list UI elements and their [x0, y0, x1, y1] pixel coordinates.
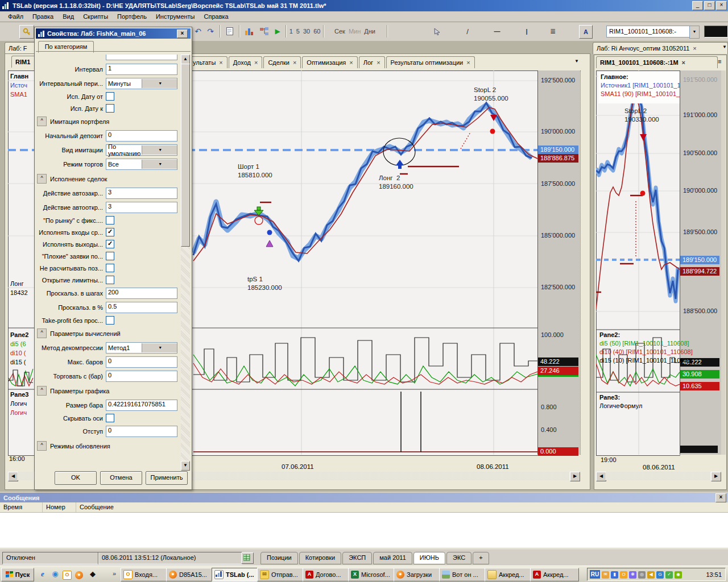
field-checkbox-open-limit[interactable] — [106, 276, 114, 284]
volume-icon[interactable]: ◀ — [647, 571, 655, 579]
ok-button[interactable]: OK — [55, 471, 97, 485]
audio-icon[interactable]: ◎ — [638, 571, 646, 579]
field-input-auto-open-action[interactable]: 3 — [106, 202, 177, 213]
chevron-down-icon[interactable]: ▼ — [142, 146, 177, 155]
field-checkbox-no-calc-pos[interactable] — [106, 264, 114, 272]
bottom-tab-Позиции[interactable]: Позиции — [260, 552, 298, 564]
scroll-right-icon[interactable]: ▶ — [711, 472, 721, 481]
hline-tool-icon[interactable]: — — [491, 25, 503, 38]
field-input-trade-from-bar[interactable]: 0 — [106, 371, 177, 382]
redo-icon[interactable]: ↷ — [205, 25, 216, 38]
close-icon[interactable]: × — [219, 59, 222, 66]
task-TSLab (...[interactable]: TSLab (... — [212, 568, 260, 581]
field-input-slippage-pct[interactable]: 0.5 — [106, 302, 177, 313]
field-input-initial-deposit[interactable]: 0 — [106, 130, 177, 142]
field-select-interval-period[interactable]: Минуты▼ — [106, 78, 177, 89]
right-hscrollbar[interactable]: ◀ ▶ — [596, 472, 721, 480]
chevron-icon[interactable]: » — [109, 569, 119, 579]
task-Догово...[interactable]: AДогово... — [303, 568, 351, 581]
task-Аккред...[interactable]: AАккред... — [530, 568, 579, 581]
task-Microsof...[interactable]: XMicrosof... — [348, 568, 397, 581]
inkscape-icon[interactable]: ◆ — [88, 569, 98, 579]
close-icon[interactable]: × — [349, 59, 353, 66]
chart-icon[interactable] — [242, 25, 256, 38]
grid-status-icon[interactable] — [241, 552, 254, 564]
field-checkbox-hide-axes[interactable] — [106, 414, 114, 422]
menu-Портфель[interactable]: Портфель — [113, 12, 151, 21]
field-checkbox-exec-exits[interactable]: ✓ — [106, 240, 114, 248]
collapse-icon[interactable]: ^ — [37, 117, 47, 126]
field-checkbox-bad-orders[interactable] — [106, 252, 114, 260]
task-Аккред...[interactable]: Аккред... — [485, 568, 533, 581]
scroll-left-icon[interactable]: ◀ — [8, 472, 18, 481]
task-D85A15...[interactable]: ●D85A15... — [166, 568, 215, 581]
start-button[interactable]: Пуск — [1, 568, 34, 581]
task-Вот он ...[interactable]: Вот он ... — [439, 568, 488, 581]
dialog-close-icon[interactable]: × — [177, 30, 188, 38]
menu-Справка[interactable]: Справка — [200, 12, 233, 21]
scroll-down-icon[interactable]: ▼ — [181, 461, 190, 471]
browser-icon[interactable]: ◉ — [50, 569, 60, 579]
collapse-icon[interactable]: ^ — [37, 386, 47, 396]
main-splitter[interactable] — [580, 70, 589, 455]
field-select-trade-mode[interactable]: Все▼ — [106, 159, 177, 170]
field-input-interval[interactable]: 1 — [106, 64, 177, 75]
bottom-tab-Котировки[interactable]: Котировки — [299, 552, 342, 564]
tab-Лог[interactable]: Лог× — [359, 56, 385, 68]
close-icon[interactable]: × — [254, 59, 258, 66]
levels-tool-icon[interactable]: ≣ — [547, 25, 559, 38]
field-input-max-bars[interactable]: 0 — [106, 356, 177, 368]
tab-Оптимизация[interactable]: Оптимизация× — [302, 56, 357, 68]
messages-close-icon[interactable]: × — [715, 493, 726, 502]
collapse-icon[interactable]: ^ — [37, 329, 47, 338]
maximize-button[interactable]: □ — [704, 1, 715, 10]
tab-list-drop-icon[interactable]: ▼ — [574, 59, 579, 64]
close-icon[interactable]: × — [466, 59, 470, 66]
interval-1[interactable]: 1 — [288, 28, 295, 35]
right-window-menu-icon[interactable]: ≡ — [718, 58, 721, 65]
field-input-slippage-steps[interactable]: 200 — [106, 288, 177, 299]
workspace-tab-drop-icon[interactable]: ▼ — [722, 44, 727, 49]
chevron-down-icon[interactable]: ▼ — [142, 343, 177, 352]
interval-60[interactable]: 60 — [312, 28, 322, 35]
dialog-titlebar[interactable]: Свойства: Лаб: FishKa_main_06 × — [36, 28, 191, 39]
outlook-icon[interactable]: O — [63, 569, 73, 579]
collapse-icon[interactable]: ^ — [37, 441, 47, 451]
unit-Сек[interactable]: Сек — [333, 28, 347, 35]
tab-ультаты[interactable]: ультаты× — [189, 56, 228, 68]
field-checkbox-use-date-from[interactable] — [106, 92, 114, 101]
collapse-icon[interactable]: ^ — [37, 174, 47, 184]
close-icon[interactable]: × — [377, 59, 380, 66]
firefox-icon[interactable]: ● — [75, 569, 85, 579]
scroll-right-icon[interactable]: ▶ — [570, 472, 580, 481]
tab-Результаты оптимизации[interactable]: Результаты оптимизации× — [386, 56, 475, 68]
unit-Мин[interactable]: Мин — [347, 28, 362, 35]
interval-5[interactable]: 5 — [295, 28, 301, 35]
color-swatch[interactable] — [704, 26, 728, 38]
dialog-scrollbar[interactable]: ▲ ▼ — [181, 55, 190, 471]
chevron-down-icon[interactable]: ▼ — [142, 160, 177, 169]
cursor-icon[interactable] — [431, 25, 442, 38]
field-checkbox-exec-entries[interactable]: ✓ — [106, 228, 114, 236]
text-tool-icon[interactable]: A — [579, 25, 593, 39]
bottom-tab-май 2011[interactable]: май 2011 — [373, 552, 412, 564]
menu-Правка[interactable]: Правка — [28, 12, 58, 21]
chart-icon[interactable]: ▮ — [611, 571, 618, 579]
ie-icon[interactable]: e — [38, 569, 48, 579]
menu-Файл[interactable]: Файл — [3, 12, 28, 21]
close-icon[interactable]: × — [682, 59, 685, 66]
line-tool-icon[interactable]: / — [462, 25, 473, 38]
field-select-imitation-kind[interactable]: По умолчанию▼ — [106, 144, 177, 156]
bottom-tab-ИЮНЬ[interactable]: ИЮНЬ — [413, 552, 445, 564]
bottom-tab-ЭКС[interactable]: ЭКС — [446, 552, 471, 564]
scrollbar-thumb[interactable] — [181, 64, 190, 247]
task-Входя...[interactable]: OВходя... — [121, 568, 169, 581]
workspace-tab-right[interactable]: Лаб: Ri Анчоус_оптим 31052011 × — [593, 42, 728, 54]
add-tab-button[interactable]: + — [473, 552, 489, 564]
menu-Скрипты[interactable]: Скрипты — [78, 12, 113, 21]
menu-Вид[interactable]: Вид — [58, 12, 78, 21]
mail-icon[interactable]: ✉ — [602, 571, 609, 579]
col-time[interactable]: Время — [0, 502, 43, 512]
outlook-tray-icon[interactable]: O — [620, 571, 627, 579]
right-window-tab[interactable]: RIM1_100101_110608:-:1M × — [596, 56, 718, 68]
